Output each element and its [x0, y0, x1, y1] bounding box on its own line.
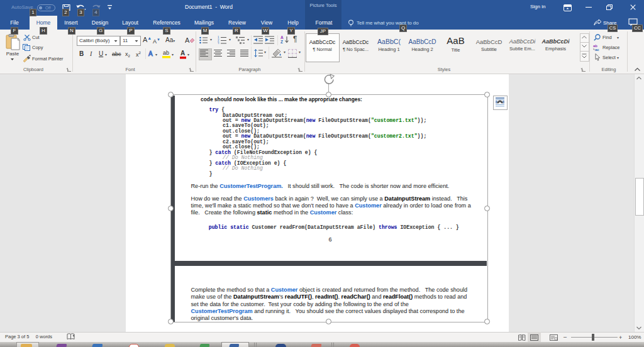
- svg-text:A: A: [280, 35, 284, 40]
- svg-text:3: 3: [218, 42, 219, 45]
- svg-text:Z: Z: [280, 40, 283, 44]
- svg-text:ac: ac: [595, 48, 599, 51]
- svg-text:A: A: [185, 36, 190, 44]
